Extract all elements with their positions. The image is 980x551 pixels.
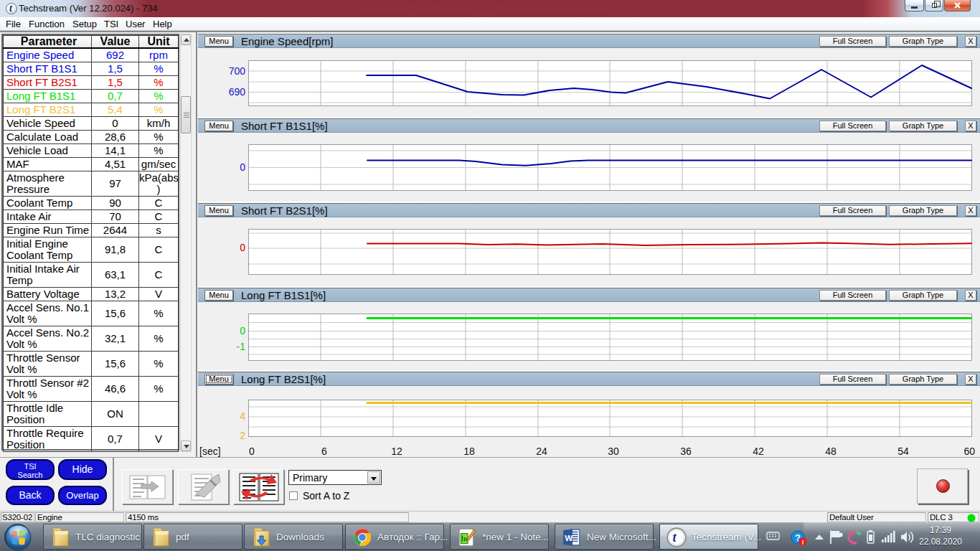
svg-text:t: t bbox=[673, 530, 677, 545]
svg-text:!: ! bbox=[802, 539, 804, 546]
svg-text:W: W bbox=[565, 533, 573, 543]
